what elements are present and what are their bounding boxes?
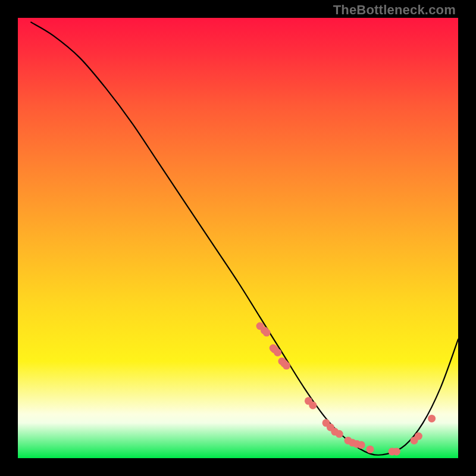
highlight-point: [393, 447, 400, 455]
watermark-text: TheBottleneck.com: [333, 2, 456, 18]
highlight-point: [336, 430, 343, 438]
chart-overlay: [18, 18, 458, 458]
highlight-point: [283, 362, 290, 369]
highlight-point: [415, 433, 422, 440]
highlight-point: [428, 415, 436, 422]
highlight-point: [309, 402, 317, 409]
highlight-point: [358, 441, 365, 449]
highlight-points-group: [256, 322, 436, 456]
bottleneck-curve: [31, 22, 458, 455]
highlight-point: [367, 446, 374, 453]
highlight-point: [274, 349, 281, 356]
highlight-point: [263, 329, 271, 337]
